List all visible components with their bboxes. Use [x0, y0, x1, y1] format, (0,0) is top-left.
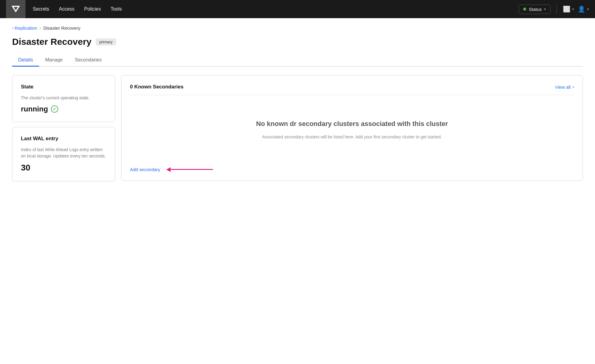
arrow-head-icon — [166, 167, 171, 172]
nav-access[interactable]: Access — [59, 6, 75, 12]
running-label: running — [21, 105, 48, 113]
nav-secrets[interactable]: Secrets — [33, 6, 49, 12]
nav-divider — [557, 5, 557, 14]
add-secondary-row: Add secondary — [130, 164, 574, 172]
arrow-line — [171, 169, 213, 170]
breadcrumb-replication-link[interactable]: ‹ Replication — [12, 25, 37, 31]
cards-layout: State The cluster's current operating st… — [12, 75, 583, 181]
breadcrumb-separator-icon: ‹ — [40, 26, 41, 30]
secondaries-card: 0 Known Secondaries View all › No known … — [121, 75, 583, 181]
add-secondary-link[interactable]: Add secondary — [130, 167, 160, 172]
view-all-chevron-icon: › — [573, 84, 574, 90]
page-header: Disaster Recovery primary — [12, 37, 583, 47]
main-content: ‹ Replication ‹ Disaster Recovery Disast… — [0, 18, 595, 364]
tab-details[interactable]: Details — [12, 54, 39, 67]
empty-state-description: Associated secondary clusters will be li… — [142, 134, 562, 140]
terminal-icon: ⬜ — [563, 5, 570, 13]
top-navigation: Secrets Access Policies Tools Status ▾ ⬜… — [0, 0, 595, 18]
primary-badge: primary — [96, 38, 116, 45]
wal-card-title: Last WAL entry — [21, 136, 106, 142]
state-value: running ✓ — [21, 105, 106, 113]
state-card-description: The cluster's current operating state. — [21, 95, 106, 101]
nav-right-controls: Status ▾ ⬜ ▾ 👤 ▾ — [519, 5, 589, 14]
status-chevron-icon: ▾ — [544, 7, 546, 11]
terminal-chevron-icon: ▾ — [572, 7, 574, 11]
breadcrumb-current-label: Disaster Recovery — [43, 25, 81, 31]
view-all-link[interactable]: View all › — [555, 84, 574, 90]
empty-state: No known dr secondary clusters associate… — [130, 113, 574, 164]
logo[interactable] — [6, 0, 25, 18]
annotation-arrow — [166, 167, 213, 172]
nav-tools[interactable]: Tools — [111, 6, 122, 12]
secondaries-card-header: 0 Known Secondaries View all › — [130, 84, 574, 90]
tab-bar: Details Manage Secondaries — [12, 54, 583, 67]
terminal-button[interactable]: ⬜ ▾ — [563, 5, 574, 13]
wal-card-description: Index of last Write Ahead Logs entry wri… — [21, 147, 106, 159]
empty-state-title: No known dr secondary clusters associate… — [142, 119, 562, 129]
breadcrumb-chevron-left-icon: ‹ — [12, 26, 13, 30]
nav-links: Secrets Access Policies Tools — [33, 6, 519, 12]
left-column: State The cluster's current operating st… — [12, 75, 115, 181]
wal-card: Last WAL entry Index of last Write Ahead… — [12, 127, 115, 181]
status-button[interactable]: Status ▾ — [519, 5, 550, 14]
right-column: 0 Known Secondaries View all › No known … — [121, 75, 583, 181]
page-title: Disaster Recovery — [12, 37, 91, 47]
nav-policies[interactable]: Policies — [84, 6, 101, 12]
breadcrumb-replication-label: Replication — [15, 25, 37, 31]
status-indicator-dot — [523, 8, 526, 11]
breadcrumb: ‹ Replication ‹ Disaster Recovery — [12, 25, 583, 31]
state-card: State The cluster's current operating st… — [12, 75, 115, 122]
tab-secondaries[interactable]: Secondaries — [69, 54, 108, 67]
status-label: Status — [529, 7, 542, 12]
user-icon: 👤 — [578, 5, 585, 13]
view-all-label: View all — [555, 84, 570, 90]
wal-value: 30 — [21, 163, 106, 173]
secondaries-card-title: 0 Known Secondaries — [130, 84, 184, 90]
running-status-icon: ✓ — [51, 105, 58, 113]
state-card-title: State — [21, 84, 106, 90]
user-chevron-icon: ▾ — [587, 7, 589, 11]
user-button[interactable]: 👤 ▾ — [578, 5, 589, 13]
card-divider — [130, 95, 574, 95]
vault-logo-icon — [12, 6, 20, 12]
tab-manage[interactable]: Manage — [39, 54, 69, 67]
